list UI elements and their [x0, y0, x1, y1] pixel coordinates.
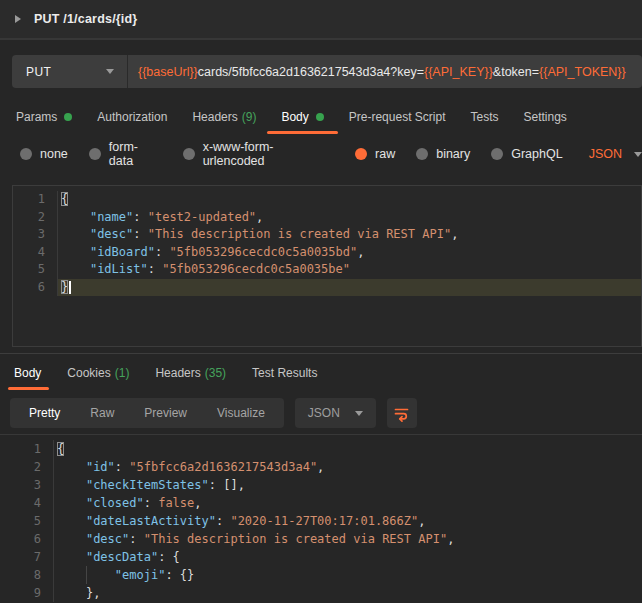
line-number: 2 — [13, 209, 58, 227]
view-visualize[interactable]: Visualize — [202, 406, 280, 420]
tab-label: Params — [16, 110, 57, 124]
tab-settings[interactable]: Settings — [524, 97, 567, 136]
body-mode-row: none form-data x-www-form-urlencoded raw… — [0, 136, 642, 172]
url-segment: {{API_TOKEN}} — [539, 65, 626, 79]
response-language-select[interactable]: JSON — [295, 398, 376, 428]
line-number: 2 — [0, 458, 54, 476]
response-tab-headers[interactable]: Headers (35) — [155, 354, 226, 392]
request-body-editor[interactable]: 1{2 "name": "test2-updated",3 "desc": "T… — [12, 185, 642, 347]
line-number: 4 — [13, 244, 58, 262]
code-text: } — [58, 279, 641, 297]
tab-label: Cookies — [67, 366, 110, 380]
tab-label: Headers — [155, 366, 200, 380]
request-tabs: Params Authorization Headers (9) Body Pr… — [0, 97, 642, 136]
code-text: "checkItemStates": [], — [54, 476, 642, 494]
radio-raw[interactable]: raw — [355, 147, 395, 161]
code-line: 6 "desc": "This description is created v… — [0, 530, 642, 548]
code-line: 4 "closed": false, — [0, 494, 642, 512]
code-line: 5 "idList": "5fb053296cecdc0c5a0035be" — [13, 261, 641, 279]
response-tab-test-results[interactable]: Test Results — [252, 354, 317, 392]
radio-binary[interactable]: binary — [416, 147, 470, 161]
line-number: 9 — [0, 584, 54, 602]
method-label: PUT — [26, 65, 51, 79]
wrap-text-icon — [393, 405, 410, 422]
line-number: 6 — [0, 530, 54, 548]
request-language-select[interactable]: JSON — [589, 147, 642, 161]
line-number: 8 — [0, 566, 54, 584]
tab-label: Body — [281, 110, 308, 124]
tab-authorization[interactable]: Authorization — [97, 97, 167, 136]
code-text: "dateLastActivity": "2020-11-27T00:17:01… — [54, 512, 642, 530]
url-row: PUT {{baseUrl}}cards/5fbfcc6a2d163621754… — [0, 40, 642, 97]
line-number: 1 — [13, 191, 58, 209]
response-section: Body Cookies (1) Headers (35) Test Resul… — [0, 353, 642, 602]
params-status-dot — [64, 113, 72, 121]
radio-label: raw — [375, 147, 395, 161]
tab-tests[interactable]: Tests — [470, 97, 498, 136]
code-text: "id": "5fbfcc6a2d1636217543d3a4", — [54, 458, 642, 476]
tab-label: Test Results — [252, 366, 317, 380]
radio-label: binary — [436, 147, 470, 161]
url-input[interactable]: {{baseUrl}}cards/5fbfcc6a2d1636217543d3a… — [128, 55, 642, 88]
code-text: }, — [54, 584, 642, 602]
cookies-count-badge: (1) — [115, 366, 130, 380]
line-number: 3 — [0, 476, 54, 494]
code-text: "emoji": {} — [54, 566, 642, 584]
code-text: { — [54, 440, 642, 458]
radio-label: x-www-form-urlencoded — [203, 140, 334, 168]
radio-none[interactable]: none — [20, 147, 68, 161]
response-body-editor[interactable]: 1{2 "id": "5fbfcc6a2d1636217543d3a4",3 "… — [0, 435, 642, 602]
code-text: "idBoard": "5fb053296cecdc0c5a0035bd", — [58, 244, 641, 262]
response-tab-cookies[interactable]: Cookies (1) — [67, 354, 129, 392]
language-label: JSON — [308, 406, 340, 420]
radio-label: form-data — [109, 140, 162, 168]
code-line: 9 }, — [0, 584, 642, 602]
method-select[interactable]: PUT — [12, 55, 128, 88]
radio-graphql[interactable]: GraphQL — [491, 147, 562, 161]
collapse-triangle-icon[interactable] — [15, 15, 21, 23]
response-view-row: Pretty Raw Preview Visualize JSON — [0, 392, 642, 435]
code-text: "descData": { — [54, 548, 642, 566]
request-title: PUT /1/cards/{id} — [34, 12, 137, 26]
tab-label: Headers — [192, 110, 237, 124]
line-number: 3 — [13, 226, 58, 244]
url-segment: {{baseUrl}} — [138, 65, 198, 79]
tab-pre-request-script[interactable]: Pre-request Script — [349, 97, 446, 136]
response-view-switcher: Pretty Raw Preview Visualize — [10, 398, 284, 428]
request-header-bar[interactable]: PUT /1/cards/{id} — [0, 0, 642, 40]
tab-body[interactable]: Body — [281, 97, 323, 136]
view-raw[interactable]: Raw — [75, 406, 129, 420]
radio-dot-icon — [491, 148, 503, 160]
radio-dot-icon — [183, 148, 195, 160]
radio-form-data[interactable]: form-data — [89, 140, 162, 168]
response-tab-body[interactable]: Body — [14, 354, 41, 392]
code-text: "idList": "5fb053296cecdc0c5a0035be" — [58, 261, 641, 279]
view-pretty[interactable]: Pretty — [14, 406, 75, 420]
body-status-dot — [316, 113, 324, 121]
tab-label: Body — [14, 366, 41, 380]
radio-label: GraphQL — [511, 147, 562, 161]
code-line: 1{ — [13, 191, 641, 209]
line-number: 6 — [13, 279, 58, 297]
code-line: 4 "idBoard": "5fb053296cecdc0c5a0035bd", — [13, 244, 641, 262]
chevron-down-icon — [355, 411, 363, 416]
view-preview[interactable]: Preview — [129, 406, 202, 420]
code-line: 1{ — [0, 440, 642, 458]
text-cursor — [69, 281, 71, 294]
radio-dot-icon — [355, 148, 367, 160]
radio-dot-icon — [89, 148, 101, 160]
code-text: "name": "test2-updated", — [58, 209, 641, 227]
code-line: 2 "name": "test2-updated", — [13, 209, 641, 227]
radio-label: none — [40, 147, 68, 161]
tab-headers[interactable]: Headers (9) — [192, 97, 256, 136]
radio-x-www-form-urlencoded[interactable]: x-www-form-urlencoded — [183, 140, 334, 168]
url-bar: PUT {{baseUrl}}cards/5fbfcc6a2d163621754… — [12, 55, 642, 88]
url-segment: cards/5fbfcc6a2d1636217543d3a4?key= — [198, 65, 424, 79]
tab-label: Authorization — [97, 110, 167, 124]
response-headers-count-badge: (35) — [205, 366, 226, 380]
chevron-down-icon — [106, 69, 114, 74]
tab-params[interactable]: Params — [16, 97, 72, 136]
tab-label: Settings — [524, 110, 567, 124]
tab-label: Pre-request Script — [349, 110, 446, 124]
wrap-text-button[interactable] — [387, 398, 417, 428]
